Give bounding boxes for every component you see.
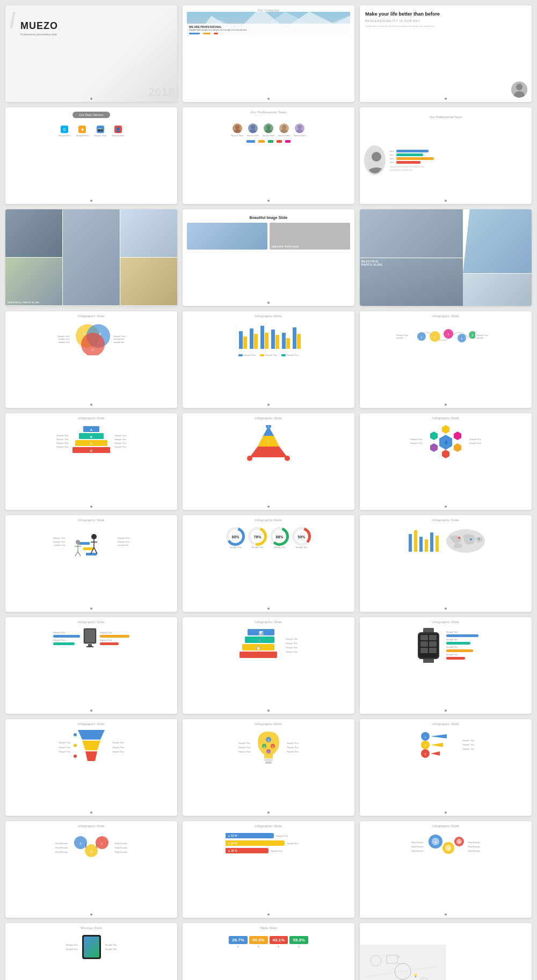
svg-text:C: C xyxy=(268,751,270,754)
watch-progress-3 xyxy=(446,649,473,652)
slide-dot xyxy=(90,913,92,916)
photo-cell-5 xyxy=(120,258,177,305)
slide-dot xyxy=(445,98,447,100)
gears-content: Real ResultsReal ResultsReal Results ⚙ ⚙… xyxy=(411,832,480,861)
svg-text:4: 4 xyxy=(461,337,463,340)
svg-rect-138 xyxy=(264,759,273,761)
slide-title-27: Infographic Slide xyxy=(360,824,532,828)
donut-label-4: Sample Text xyxy=(296,546,308,548)
svg-rect-30 xyxy=(254,334,258,349)
svg-rect-74 xyxy=(83,547,94,550)
svg-text:80%: 80% xyxy=(231,535,240,539)
venn-diagram: A B C xyxy=(72,323,110,355)
funnel-label-r: Sample TextSample TextSample Text xyxy=(112,741,124,755)
svg-rect-102 xyxy=(414,530,417,552)
donut-3: 88% Sample Text xyxy=(270,527,289,548)
svg-text:C: C xyxy=(101,842,103,845)
svg-rect-126 xyxy=(420,635,428,640)
gears-label-r: Real ResultsReal ResultsReal Results xyxy=(468,840,481,853)
watch-label-4: Sample Text xyxy=(446,653,478,656)
donut-2: 76% Sample Text xyxy=(248,527,267,548)
map-bars xyxy=(404,526,442,555)
funnel-label-l: Sample TextSample TextSample Text xyxy=(59,741,70,755)
slide-dot xyxy=(445,710,447,712)
donut-label-3: Sample Text xyxy=(274,546,286,548)
slide-infographic-people: Infographic Slide Sample TextSample Text… xyxy=(5,515,177,612)
svg-text:50%: 50% xyxy=(297,535,306,539)
slide-dot xyxy=(90,98,92,100)
bulb-label-r: Sample TextSample TextSample Text xyxy=(287,741,299,754)
hbar-label-3: Sample Text xyxy=(271,850,282,852)
svg-rect-106 xyxy=(436,536,439,552)
team-avatar-5 xyxy=(295,123,304,133)
svg-marker-134 xyxy=(85,751,97,761)
flow-text-l: Sample Text sample xyxy=(396,334,415,339)
funnel-content: Sample TextSample TextSample Text Sample… xyxy=(59,729,124,766)
stat-bar-1 xyxy=(396,150,429,152)
svg-rect-118 xyxy=(240,652,277,658)
slide-infographic-map: Infographic Slide xyxy=(360,515,532,612)
svg-point-62 xyxy=(285,456,290,461)
bulb-content: Sample TextSample TextSample Text S A B … xyxy=(238,729,299,766)
svg-rect-34 xyxy=(275,335,279,349)
svg-point-110 xyxy=(478,538,480,540)
table-col-1: 29.7% ▼ xyxy=(229,936,248,948)
photo3-left: BEAUTIFULPHOTO SLIDE xyxy=(360,209,463,306)
watch-label-3: Sample Text xyxy=(446,646,478,648)
tablet-mockup xyxy=(82,935,101,959)
watch-content: Sample Text Sample Text Sample Text Samp… xyxy=(413,628,478,663)
svg-text:D: D xyxy=(90,449,93,452)
slide-infographic-hexagons: Infographic Slide Sample TextSample Text… xyxy=(360,413,532,510)
slide-muezo: / MUEZO Professional presentation slide … xyxy=(5,5,177,102)
slide-dot xyxy=(445,200,447,202)
slide-title-12: Infographic Slide xyxy=(360,315,532,318)
slide-title-10: Infographic Slide xyxy=(5,315,177,318)
stat-row-4: Item xyxy=(390,161,527,164)
slide-dot xyxy=(267,811,270,814)
table-sub-1: ▼ xyxy=(237,945,239,948)
photo3-cell-4 xyxy=(463,274,532,306)
slide-title-29: Table Slide xyxy=(183,926,354,930)
flow-text-r: Sample Text sample xyxy=(476,334,495,339)
svg-rect-38 xyxy=(297,334,301,349)
svg-point-108 xyxy=(458,537,460,539)
svg-point-135 xyxy=(74,733,77,736)
circles-chain-content: Real ResultsReal ResultsReal Results A B… xyxy=(55,832,127,864)
legend-blue: Sample Text xyxy=(238,354,256,356)
svg-marker-153 xyxy=(431,751,440,756)
photo3-cell-1 xyxy=(360,209,463,258)
legend-yellow: Sample Text xyxy=(260,354,277,356)
svg-point-9 xyxy=(249,129,257,133)
slide-dot xyxy=(267,200,270,202)
slide-title-23: Infographic Slide xyxy=(183,722,354,726)
svg-marker-149 xyxy=(431,734,447,738)
photo-grid-1: BEAUTIFUL PHOTO SLIDE xyxy=(5,209,177,306)
svg-rect-114 xyxy=(86,646,93,647)
slide-infographic-device: Infographic Slide Sample Text Sample Tex… xyxy=(5,617,177,714)
team-member-5: Service Here xyxy=(294,123,306,137)
device-content: Sample Text Sample Text Sample Text xyxy=(53,628,129,649)
slide-service: Our Best Service S Sample Here ★ Sample … xyxy=(5,107,177,204)
people-content: Sample TextSample Textsample text Sample… xyxy=(53,526,129,558)
photo-label-1: BEAUTIFUL PHOTO SLIDE xyxy=(8,301,39,304)
slide-dot xyxy=(90,710,92,712)
slide-dot xyxy=(267,710,270,712)
slide-infographic-donuts: Infographic Slide 80% Sample Text 76% Sa… xyxy=(183,515,354,612)
svg-rect-32 xyxy=(265,333,268,349)
people-label-r: Sample TextSample Textsample text xyxy=(118,537,129,547)
photo-cell-4: BEAUTIFUL PHOTO SLIDE xyxy=(5,258,62,305)
team-avatar-4 xyxy=(279,123,289,133)
hbar-3: ▲ 32 % xyxy=(226,848,268,853)
team-avatar-1 xyxy=(233,123,242,133)
team-name-1: Service Here xyxy=(231,134,243,137)
watch-label-1: Sample Text xyxy=(446,631,478,633)
world-map-svg xyxy=(444,526,487,555)
team-member-4: Service Here xyxy=(278,123,291,137)
stat-row-3: Item xyxy=(390,157,527,160)
triangle-content: S T xyxy=(236,425,301,463)
star-icon: ★ xyxy=(78,126,86,133)
map-content xyxy=(404,526,487,555)
svg-marker-70 xyxy=(430,432,438,440)
team-row: Service Here Service Here Service Here S… xyxy=(231,123,306,137)
team-name-2: Service Here xyxy=(246,134,259,137)
